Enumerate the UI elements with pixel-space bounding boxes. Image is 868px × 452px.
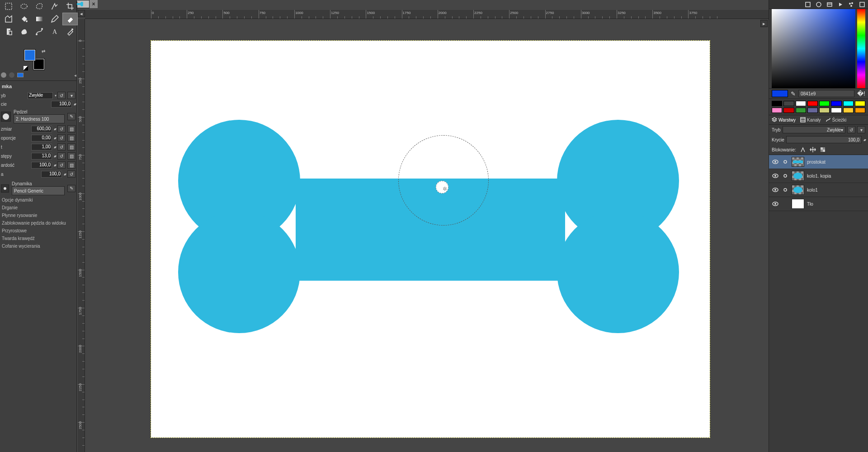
hardness-input[interactable]: 100,0	[31, 162, 52, 169]
reset-mode-button[interactable]: ↺	[57, 92, 66, 99]
layer-row[interactable]: kolo1	[769, 183, 868, 197]
mode-select[interactable]: Zwykłe	[28, 92, 53, 99]
lock-alpha-icon[interactable]	[820, 146, 826, 153]
reset-colors-icon[interactable]	[24, 66, 28, 71]
layer-visibility-icon[interactable]	[772, 201, 779, 207]
tool-clone[interactable]	[1, 25, 16, 38]
tab-device-icon[interactable]	[815, 1, 823, 8]
pattern-indicator-icon[interactable]	[9, 72, 14, 78]
current-color-swatch[interactable]	[772, 90, 788, 97]
tool-eraser[interactable]	[62, 13, 78, 25]
opt-check-2[interactable]: Płynne rysowanie	[1, 212, 75, 219]
ruler-origin-button[interactable]: ◂	[78, 10, 85, 17]
tab-layers[interactable]: Warstwy	[772, 117, 796, 122]
tool-transform[interactable]	[1, 13, 16, 25]
tool-crop[interactable]	[62, 0, 78, 13]
dynamics-edit-button[interactable]: ✎	[67, 185, 75, 192]
gradient-indicator-icon[interactable]	[17, 73, 24, 77]
lock-move-icon[interactable]	[810, 146, 816, 153]
size-link[interactable]: ▥	[67, 125, 75, 132]
palette-swatch[interactable]	[843, 101, 854, 106]
tool-paths[interactable]	[32, 25, 47, 38]
tab-paths[interactable]: Ścieżki	[826, 117, 847, 122]
opacity-input[interactable]: 100,0	[51, 101, 72, 108]
tool-rect-select[interactable]	[1, 0, 16, 13]
tool-fuzzy-select[interactable]	[47, 0, 62, 13]
brush-name-select[interactable]: 2. Hardness 100	[14, 114, 65, 123]
tool-color-picker[interactable]	[62, 25, 78, 38]
add-color-button[interactable]: �!	[857, 90, 865, 97]
opacity-stepper[interactable]: ▴▾	[74, 102, 75, 106]
layer-name[interactable]: kolo1	[807, 188, 865, 193]
ruler-horizontal[interactable]: 0250500750100012501500175020002250250027…	[85, 10, 769, 19]
tool-gradient[interactable]	[32, 13, 47, 25]
hex-input[interactable]: 0841e9	[798, 90, 854, 97]
tool-text[interactable]: A	[47, 25, 62, 38]
layer-row[interactable]: prostokat	[769, 155, 868, 169]
palette-swatch[interactable]	[772, 108, 782, 113]
force-input[interactable]: 100,0	[41, 171, 62, 178]
tool-smudge[interactable]	[16, 25, 32, 38]
layer-name[interactable]: prostokat	[807, 160, 865, 165]
layer-link-icon[interactable]	[782, 159, 789, 165]
eyedropper-icon[interactable]: ✎	[791, 90, 796, 97]
layer-mode-reset[interactable]: ↺	[847, 126, 855, 133]
palette-swatch[interactable]	[843, 108, 854, 113]
options-menu-icon[interactable]: ◂	[74, 73, 76, 78]
tool-bucket-fill[interactable]	[16, 13, 32, 25]
palette-swatch[interactable]	[783, 101, 794, 106]
aspect-input[interactable]: 0,00	[31, 135, 52, 141]
tab-history-icon[interactable]	[826, 1, 834, 8]
layer-visibility-icon[interactable]	[772, 187, 779, 193]
tab-channels[interactable]: Kanały	[800, 117, 821, 122]
layer-link-icon[interactable]	[782, 173, 789, 179]
brush-edit-button[interactable]: ✎	[67, 113, 75, 120]
layer-mode-select[interactable]: Zwykłe ▾	[783, 126, 845, 133]
palette-swatch[interactable]	[807, 101, 818, 106]
layer-name[interactable]: Tło	[807, 202, 865, 207]
tab-brushes-icon[interactable]	[847, 1, 855, 8]
dynamics-name-select[interactable]: Pencil Generic	[12, 186, 65, 195]
tab-add-icon[interactable]	[858, 1, 866, 8]
tab-tool-options-icon[interactable]	[804, 1, 812, 8]
tool-ellipse-select[interactable]	[16, 0, 32, 13]
layer-visibility-icon[interactable]	[772, 159, 779, 165]
brush-preview[interactable]	[1, 112, 11, 122]
palette-swatch[interactable]	[855, 101, 865, 106]
tab-images-icon[interactable]	[836, 1, 844, 8]
palette-swatch[interactable]	[807, 108, 818, 113]
spacing-input[interactable]: 13,0	[31, 153, 52, 160]
opt-check-5[interactable]: Twarda krawędź	[1, 235, 75, 242]
layer-opacity-input[interactable]: 100,0	[786, 136, 862, 143]
layer-row[interactable]: Tło	[769, 197, 868, 211]
layer-link-icon[interactable]	[782, 187, 789, 193]
palette-swatch[interactable]	[783, 108, 794, 113]
opt-check-6[interactable]: Cofanie wycierania	[1, 242, 75, 250]
opt-check-0[interactable]: Opcje dynamiki	[1, 196, 75, 204]
chevron-down-icon[interactable]: ▾	[55, 94, 56, 98]
layer-mode-menu[interactable]: ▾	[857, 126, 865, 133]
tool-pencil[interactable]	[47, 13, 62, 25]
angle-input[interactable]: 1,00	[31, 144, 52, 151]
layer-name[interactable]: kolo1. kopia	[807, 174, 865, 179]
palette-swatch[interactable]	[855, 108, 865, 113]
size-input[interactable]: 600,00	[31, 126, 52, 132]
opt-check-3[interactable]: Zablokowanie pędzla do widoku	[1, 219, 75, 227]
hue-slider[interactable]	[857, 9, 865, 88]
brush-indicator-icon[interactable]	[1, 72, 6, 78]
opt-check-1[interactable]: Drganie	[1, 204, 75, 212]
ruler-vertical[interactable]: 02505007501000125015001750200022502500	[78, 19, 85, 452]
lock-paint-icon[interactable]	[800, 146, 806, 153]
palette-swatch[interactable]	[796, 101, 806, 106]
palette-swatch[interactable]	[796, 108, 806, 113]
close-image-button[interactable]: ×	[90, 0, 98, 8]
palette-swatch[interactable]	[819, 108, 830, 113]
layer-row[interactable]: kolo1. kopia	[769, 169, 868, 183]
swap-colors-icon[interactable]: ⇄	[42, 49, 45, 54]
opt-check-4[interactable]: Przyrostowe	[1, 227, 75, 235]
canvas-viewport[interactable]: ✲	[85, 19, 769, 452]
palette-swatch[interactable]	[819, 101, 830, 106]
mode-menu-button[interactable]: ▾	[67, 92, 75, 99]
tool-free-select[interactable]	[32, 0, 47, 13]
size-reset[interactable]: ↺	[57, 125, 66, 132]
